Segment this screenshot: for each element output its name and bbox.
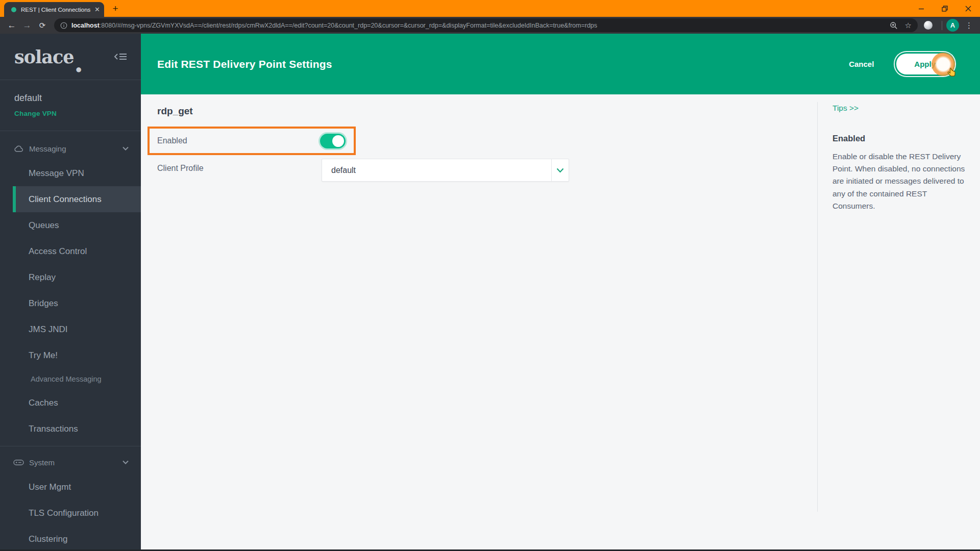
select-caret-zone[interactable] xyxy=(551,159,569,181)
tab-title: REST | Client Connections xyxy=(21,7,91,13)
browser-menu-icon[interactable]: ⋮ xyxy=(965,21,973,30)
chevron-down-icon xyxy=(122,146,129,151)
apply-button-wrap: Apply xyxy=(896,54,953,74)
tips-body: Enable or disable the REST Delivery Poin… xyxy=(832,151,966,212)
window-controls xyxy=(910,0,980,17)
new-tab-button[interactable]: + xyxy=(109,3,121,14)
sidebar-item-clustering[interactable]: Clustering xyxy=(0,526,141,551)
reload-button[interactable]: ⟳ xyxy=(35,21,50,30)
sidebar-item-bridges[interactable]: Bridges xyxy=(0,290,141,316)
apply-button[interactable]: Apply xyxy=(896,54,953,74)
vpn-block: default Change VPN xyxy=(0,80,141,131)
sidebar-item-message-vpn[interactable]: Message VPN xyxy=(0,160,141,186)
browser-profile-avatar[interactable]: A xyxy=(946,19,959,32)
sidebar-item-client-connections[interactable]: Client Connections xyxy=(13,186,141,212)
browser-toolbar: ← → ⟳ localhost:8080/#/msg-vpns/ZGVmYXVs… xyxy=(0,17,980,34)
url-path: :8080/#/msg-vpns/ZGVmYXVsdA==/client/res… xyxy=(100,22,597,29)
sidebar-item-try-me[interactable]: Try Me! xyxy=(0,342,141,368)
client-profile-select[interactable]: default xyxy=(322,159,569,182)
sidebar-item-jms-jndi[interactable]: JMS JNDI xyxy=(0,316,141,342)
enabled-field-highlighted: Enabled xyxy=(148,127,356,155)
cloud-icon xyxy=(13,144,24,153)
section-header-messaging[interactable]: Messaging xyxy=(0,137,141,160)
tab-favicon-icon xyxy=(11,7,16,12)
window-minimize-button[interactable] xyxy=(910,0,933,17)
url-host: localhost xyxy=(71,22,100,29)
tips-panel: Tips >> Enabled Enable or disable the RE… xyxy=(817,102,980,512)
edit-form: rdp_get Enabled Client Profile default T… xyxy=(141,94,980,551)
browser-tab-bar: REST | Client Connections ✕ + xyxy=(0,0,980,17)
sidebar-item-user-mgmt[interactable]: User Mgmt xyxy=(0,474,141,500)
info-icon[interactable] xyxy=(60,22,67,29)
section-header-system[interactable]: System xyxy=(0,450,141,474)
extension-icon[interactable] xyxy=(924,21,933,30)
enabled-toggle[interactable] xyxy=(320,134,346,148)
current-vpn-name: default xyxy=(14,92,127,104)
screen: REST | Client Connections ✕ + ← → ⟳ xyxy=(0,0,980,551)
client-profile-label: Client Profile xyxy=(157,164,204,173)
sidebar-section-gap xyxy=(0,442,141,450)
page-title: Edit REST Delivery Point Settings xyxy=(157,58,332,70)
sidebar-item-tls-configuration[interactable]: TLS Configuration xyxy=(0,500,141,526)
sidebar-item-caches[interactable]: Caches xyxy=(0,390,141,416)
solace-logo: solace xyxy=(14,46,74,67)
app-window: solace ● default Change VPN xyxy=(0,34,980,551)
page-header: Edit REST Delivery Point Settings Cancel… xyxy=(141,34,980,94)
header-actions: Cancel Apply xyxy=(849,54,965,74)
logo-row: solace ● xyxy=(0,34,141,80)
main-panel: Edit REST Delivery Point Settings Cancel… xyxy=(141,34,980,551)
system-icon xyxy=(13,458,24,467)
address-bar[interactable]: localhost:8080/#/msg-vpns/ZGVmYXVsdA==/c… xyxy=(54,18,918,32)
back-button[interactable]: ← xyxy=(4,20,19,31)
toolbar-separator xyxy=(942,21,942,30)
solace-logo-dot: ● xyxy=(76,63,82,80)
change-vpn-link[interactable]: Change VPN xyxy=(14,110,127,117)
sidebar-item-replay[interactable]: Replay xyxy=(0,264,141,290)
section-label: Messaging xyxy=(29,144,66,153)
cancel-button[interactable]: Cancel xyxy=(849,60,874,68)
tips-heading: Enabled xyxy=(832,134,965,143)
sidebar-collapse-icon[interactable] xyxy=(113,52,128,61)
rdp-name: rdp_get xyxy=(157,106,193,117)
sidebar: solace ● default Change VPN xyxy=(0,34,141,551)
section-label: System xyxy=(29,458,55,467)
tips-link[interactable]: Tips >> xyxy=(832,104,859,113)
window-close-button[interactable] xyxy=(957,0,980,17)
sidebar-item-access-control[interactable]: Access Control xyxy=(0,238,141,264)
client-profile-value: default xyxy=(331,166,356,175)
chevron-down-icon xyxy=(122,460,129,464)
sidebar-item-queues[interactable]: Queues xyxy=(0,212,141,238)
tab-close-icon[interactable]: ✕ xyxy=(94,6,100,13)
browser-tab[interactable]: REST | Client Connections ✕ xyxy=(4,2,104,17)
url-text: localhost:8080/#/msg-vpns/ZGVmYXVsdA==/c… xyxy=(71,22,597,29)
forward-button[interactable]: → xyxy=(19,20,35,31)
sidebar-nav: Messaging Message VPN Client Connections… xyxy=(0,131,141,551)
bookmark-star-icon[interactable]: ☆ xyxy=(905,21,912,30)
enabled-label: Enabled xyxy=(157,136,187,145)
sidebar-item-transactions[interactable]: Transactions xyxy=(0,416,141,442)
zoom-page-icon[interactable] xyxy=(890,21,898,30)
toggle-knob xyxy=(332,135,344,147)
sidebar-item-advanced-messaging[interactable]: Advanced Messaging xyxy=(0,368,141,390)
window-restore-button[interactable] xyxy=(933,0,957,17)
